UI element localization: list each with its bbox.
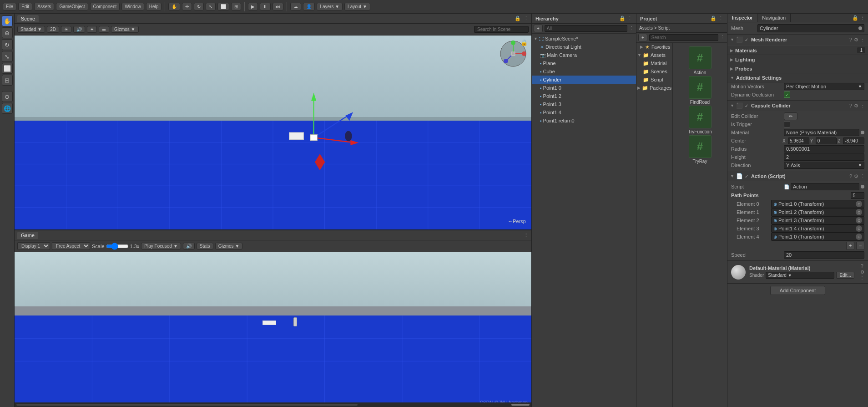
motion-vectors-select[interactable]: Per Object Motion ▼ <box>784 83 864 90</box>
material-question-icon[interactable]: ? <box>861 264 863 269</box>
transform-tool[interactable]: ⊞ <box>231 3 241 10</box>
fx-btn[interactable]: ✦ <box>87 26 97 33</box>
hierarchy-expand-icon[interactable]: ⋮ <box>629 25 634 31</box>
add-component-btn[interactable]: Add Component <box>770 286 826 295</box>
mesh-circle-btn[interactable] <box>858 26 862 30</box>
hierarchy-search[interactable] <box>545 25 627 32</box>
element-3-value[interactable]: ⊕ Point1 4 (Transform) ⊙ <box>771 224 864 233</box>
stats-btn[interactable]: Stats <box>197 243 213 249</box>
script-thumb-action[interactable]: # Action <box>676 46 723 75</box>
script-value[interactable]: Action <box>791 183 859 190</box>
component-menu[interactable]: Component <box>90 3 120 10</box>
element-4-circle[interactable]: ⊙ <box>856 234 862 240</box>
mesh-value[interactable]: Cylinder <box>757 24 864 32</box>
project-scenes-folder[interactable]: 📁 Scenes <box>636 67 672 76</box>
layout-btn[interactable]: Layout ▼ <box>344 3 370 10</box>
game-scrollbar[interactable] <box>15 402 531 407</box>
scene-expand[interactable]: ≡ <box>516 39 519 45</box>
material-edit-btn[interactable]: Edit... <box>836 272 854 279</box>
rect-tool-btn[interactable]: ⬜ <box>2 63 13 74</box>
mute-btn[interactable]: 🔊 <box>183 243 195 249</box>
add-hierarchy-btn[interactable]: + <box>534 25 543 32</box>
scene-layers-btn[interactable]: ☰ <box>99 26 109 33</box>
navigation-tab[interactable]: Navigation <box>757 14 791 22</box>
probes-section-header[interactable]: ▶ Probes <box>727 64 868 73</box>
cc-menu-icon[interactable]: ⋮ <box>860 103 865 109</box>
inspector-tab[interactable]: Inspector <box>727 14 757 22</box>
action-script-check[interactable]: ✓ <box>745 174 748 179</box>
mr-question-icon[interactable]: ? <box>849 37 852 43</box>
element-4-value[interactable]: ⊕ Point1 0 (Transform) ⊙ <box>771 233 864 241</box>
lighting-btn[interactable]: ☀ <box>61 26 71 33</box>
edit-menu[interactable]: Edit <box>18 3 32 10</box>
all-tool-btn[interactable]: ⊞ <box>2 75 13 86</box>
edit-collider-btn[interactable]: ✏ <box>784 112 797 120</box>
element-0-value[interactable]: ⊕ Point1 0 (Transform) ⊙ <box>771 200 864 208</box>
project-add-btn[interactable]: + <box>638 34 647 41</box>
height-value[interactable]: 2 <box>784 153 864 161</box>
aspect-select[interactable]: Free Aspect <box>52 242 90 250</box>
path-points-count[interactable]: 5 <box>851 192 864 199</box>
hierarchy-item-point1-2[interactable]: ▪ Point1 2 <box>532 92 636 100</box>
hierarchy-item-point1-4[interactable]: ▪ Point1 4 <box>532 108 636 117</box>
hierarchy-item-plane[interactable]: ▪ Plane <box>532 59 636 67</box>
hierarchy-menu-icon[interactable]: ⋮ <box>627 15 632 21</box>
assets-menu[interactable]: Assets <box>34 3 54 10</box>
materials-section-header[interactable]: ▶ Materials 1 <box>727 46 868 55</box>
play-btn[interactable]: ▶ <box>248 3 258 10</box>
project-assets-folder[interactable]: ▼ 📁 Assets <box>636 51 672 59</box>
project-packages-folder[interactable]: ▶ 📁 Packages <box>636 84 672 92</box>
additional-settings-header[interactable]: ▼ Additional Settings <box>727 73 868 82</box>
script-thumb-findroad[interactable]: # FindRoad <box>676 76 723 105</box>
add-element-btn[interactable]: + <box>846 242 854 250</box>
project-search[interactable] <box>649 34 718 41</box>
scale-slider[interactable] <box>106 243 129 250</box>
direction-select[interactable]: Y-Axis ▼ <box>784 162 864 169</box>
rotate-tool[interactable]: ↻ <box>194 3 204 10</box>
pause-btn[interactable]: ⏸ <box>260 3 271 10</box>
hierarchy-scene-root[interactable]: ▼ ⛶ SampleScene* <box>532 35 636 43</box>
material-shader-value[interactable]: Standard ▼ <box>766 272 834 279</box>
hierarchy-item-point1-0[interactable]: ▪ Point1 0 <box>532 84 636 92</box>
material-menu-icon[interactable]: ⋮ <box>860 275 864 280</box>
hand-tool-btn[interactable]: ✋ <box>2 15 13 26</box>
game-menu-icon[interactable]: ⋮ <box>524 232 529 238</box>
global-btn[interactable]: 🌐 <box>2 103 13 114</box>
scene-tab[interactable]: Scene <box>17 15 39 22</box>
scene-menu-icon[interactable]: ⋮ <box>524 15 529 21</box>
mesh-renderer-check[interactable]: ✓ <box>745 37 748 42</box>
mesh-renderer-header[interactable]: ▼ ⬛ ✓ Mesh Renderer ? ⚙ ⋮ <box>727 35 868 45</box>
capsule-collider-check[interactable]: ✓ <box>745 103 748 108</box>
rotate-tool-btn[interactable]: ↻ <box>2 39 13 50</box>
hierarchy-item-point1-return0[interactable]: ▪ Point1 return0 <box>532 117 636 125</box>
window-menu[interactable]: Window <box>121 3 144 10</box>
center-z-input[interactable]: -8.940 <box>843 137 864 144</box>
is-trigger-check[interactable] <box>784 121 790 127</box>
collab-btn[interactable]: ☁ <box>290 3 301 10</box>
file-menu[interactable]: File <box>3 3 16 10</box>
scale-tool-btn[interactable]: ⤡ <box>2 51 13 62</box>
scene-search[interactable] <box>474 26 529 33</box>
move-tool-btn[interactable]: ⊕ <box>2 27 13 38</box>
mr-menu-icon[interactable]: ⋮ <box>860 37 865 43</box>
center-y-input[interactable]: 0 <box>816 137 837 144</box>
help-menu[interactable]: Help <box>146 3 162 10</box>
material-settings-icon[interactable]: ⚙ <box>860 270 864 275</box>
remove-element-btn[interactable]: − <box>856 242 864 250</box>
element-3-circle[interactable]: ⊙ <box>856 225 862 232</box>
gameobject-menu[interactable]: GameObject <box>56 3 88 10</box>
lighting-section-header[interactable]: ▶ Lighting <box>727 55 868 64</box>
play-focused-btn[interactable]: Play Focused ▼ <box>141 243 181 249</box>
hierarchy-item-point1-3[interactable]: ▪ Point1 3 <box>532 100 636 108</box>
account-btn[interactable]: 👤 <box>303 3 315 10</box>
hierarchy-item-main-camera[interactable]: 📷 Main Camera <box>532 51 636 59</box>
step-btn[interactable]: ⏭ <box>273 3 283 10</box>
project-script-folder[interactable]: 📁 Script <box>636 76 672 84</box>
project-matirial-folder[interactable]: 📁 Matirial <box>636 59 672 67</box>
element-2-circle[interactable]: ⊙ <box>856 217 862 224</box>
element-0-circle[interactable]: ⊙ <box>856 201 862 207</box>
project-menu-icon[interactable]: ⋮ <box>718 15 723 21</box>
radius-value[interactable]: 0.5000001 <box>784 145 864 153</box>
inspector-menu-icon[interactable]: ⋮ <box>860 15 865 21</box>
hierarchy-item-cylinder[interactable]: ▪ Cylinder <box>532 76 636 84</box>
